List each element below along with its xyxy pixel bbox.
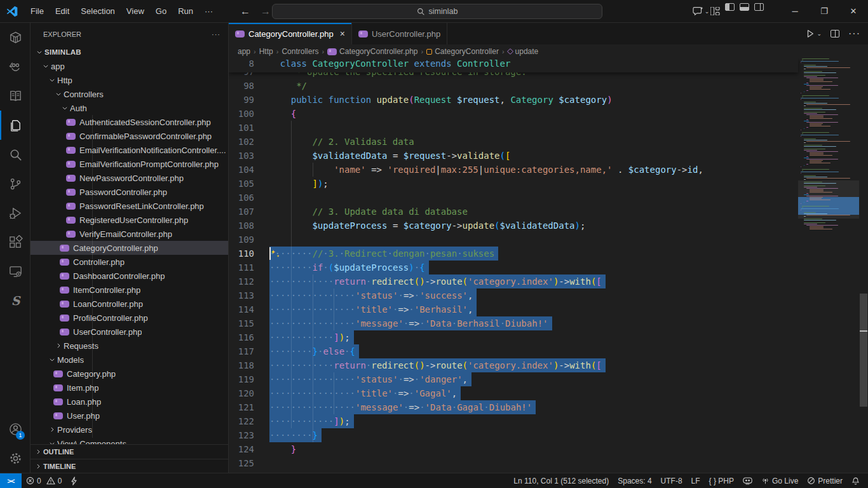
code-line-103[interactable]: 103 $validatedData = $request->validate(… [229, 149, 798, 163]
tree-item-controllers[interactable]: Controllers [31, 87, 228, 101]
minimize-button[interactable]: ─ [780, 0, 810, 22]
activity-run-debug-icon[interactable] [0, 198, 30, 227]
code-line-120[interactable]: 120················'title'·=>·'Gagal', [229, 386, 798, 400]
activity-explorer-icon[interactable] [0, 111, 30, 140]
code-line-104[interactable]: 104 'name' => 'required|max:255|unique:c… [229, 163, 798, 177]
code-line-118[interactable]: 118············return·redirect()->route(… [229, 358, 798, 372]
activity-search-icon[interactable] [0, 140, 30, 169]
menu-edit[interactable]: Edit [50, 0, 75, 22]
activity-s-logo-icon[interactable]: S [0, 286, 30, 315]
code-line-102[interactable]: 102 // 2. Validasi data [229, 135, 798, 149]
code-line-117[interactable]: 117········}·else·{ [229, 344, 798, 358]
tab-categorycontroller-php[interactable]: CategoryController.php× [229, 23, 352, 44]
code-line-111[interactable]: 111········if·($updateProcess)·{ [229, 261, 798, 274]
editor-more-actions-icon[interactable]: ··· [848, 28, 860, 39]
tree-item-item-php[interactable]: Item.php [31, 381, 228, 395]
eol-status[interactable]: LF [687, 473, 705, 488]
tree-item-category-php[interactable]: Category.php [31, 367, 228, 381]
language-mode-status[interactable]: { } PHP [705, 473, 738, 488]
run-code-button[interactable]: ⌄ [806, 29, 822, 38]
settings-gear-icon[interactable] [0, 444, 30, 473]
notifications-bell-icon[interactable] [847, 473, 864, 488]
code-line-98[interactable]: 98 */ [229, 79, 798, 93]
copilot-chat-icon[interactable]: ⌄ [691, 3, 710, 20]
sticky-scroll-line[interactable]: 8 class CategoryController extends Contr… [229, 58, 798, 72]
toggle-sidebar-icon[interactable] [725, 3, 735, 11]
tree-item-newpasswordcontroller-php[interactable]: NewPasswordController.php [31, 171, 228, 185]
account-icon[interactable]: 1 [0, 414, 30, 444]
code-line-119[interactable]: 119················'status'·=>·'danger', [229, 372, 798, 386]
nav-forward-icon[interactable]: → [261, 6, 271, 17]
activity-container-icon[interactable] [0, 23, 30, 52]
tree-item-profilecontroller-php[interactable]: ProfileController.php [31, 311, 228, 325]
breadcrumb-controllers[interactable]: Controllers [281, 47, 318, 56]
tab-usercontroller-php[interactable]: UserController.php [352, 23, 447, 44]
code-line-101[interactable]: 101 [229, 121, 798, 135]
code-editor[interactable]: 8 class CategoryController extends Contr… [229, 58, 868, 473]
tree-item-requests[interactable]: Requests [31, 339, 228, 353]
code-line-115[interactable]: 115················'message'·=>·'Data·Be… [229, 316, 798, 330]
tree-item-loancontroller-php[interactable]: LoanController.php [31, 297, 228, 311]
activity-source-control-icon[interactable] [0, 169, 30, 198]
tree-item-passwordcontroller-php[interactable]: PasswordController.php [31, 185, 228, 199]
code-line-125[interactable]: 125 [229, 456, 798, 470]
copilot-sparkle-icon[interactable]: ✦✦ [271, 247, 276, 255]
menu-selection[interactable]: Selection [75, 0, 120, 22]
tree-item-models[interactable]: Models [31, 353, 228, 367]
go-live-button[interactable]: Go Live [757, 473, 803, 488]
cursor-position-status[interactable]: Ln 110, Col 1 (512 selected) [509, 473, 613, 488]
close-tab-icon[interactable]: × [340, 29, 345, 39]
tree-item-dashboardcontroller-php[interactable]: DashboardController.php [31, 269, 228, 283]
code-line-123[interactable]: 123········} [229, 428, 798, 442]
breadcrumb-categorycontroller[interactable]: CategoryController [426, 47, 499, 56]
nav-back-icon[interactable]: ← [240, 6, 250, 17]
remote-indicator[interactable]: >< [0, 473, 22, 488]
activity-remote-explorer-icon[interactable] [0, 257, 30, 286]
customize-layout-icon[interactable] [710, 3, 720, 20]
restore-button[interactable]: ❐ [810, 0, 839, 22]
breadcrumb-update[interactable]: update [508, 47, 539, 56]
toggle-panel-icon[interactable] [740, 3, 749, 11]
code-line-112[interactable]: 112············return·redirect()->route(… [229, 274, 798, 288]
menu-go[interactable]: Go [150, 0, 172, 22]
code-line-121[interactable]: 121················'message'·=>·'Data·Ga… [229, 400, 798, 414]
vertical-scrollbar[interactable] [859, 58, 868, 473]
section-outline[interactable]: OUTLINE [31, 445, 228, 459]
problems-status[interactable]: 0 0 [22, 473, 66, 488]
tree-item-app[interactable]: app [31, 59, 228, 73]
tree-item-authenticatedsessioncontroller-php[interactable]: AuthenticatedSessionController.php [31, 115, 228, 129]
code-line-105[interactable]: 105 ]); [229, 177, 798, 191]
tree-item-verifyemailcontroller-php[interactable]: VerifyEmailController.php [31, 227, 228, 241]
indentation-status[interactable]: Spaces: 4 [613, 473, 656, 488]
code-line-99[interactable]: 99 public function update(Request $reque… [229, 93, 798, 107]
code-line-116[interactable]: 116············]); [229, 330, 798, 344]
code-line-114[interactable]: 114················'title'·=>·'Berhasil'… [229, 302, 798, 316]
code-line-107[interactable]: 107 // 3. Update data di database [229, 205, 798, 219]
tree-item-providers[interactable]: Providers [31, 423, 228, 437]
toggle-secondary-sidebar-icon[interactable] [754, 3, 764, 11]
tree-item-view-components[interactable]: View\ Components [31, 437, 228, 444]
tree-item-loan-php[interactable]: Loan.php [31, 395, 228, 409]
encoding-status[interactable]: UTF-8 [656, 473, 687, 488]
split-editor-icon[interactable] [831, 30, 839, 37]
close-button[interactable]: ✕ [839, 0, 868, 22]
breadcrumb-http[interactable]: Http [259, 47, 273, 56]
explorer-more-icon[interactable]: ··· [212, 30, 220, 38]
tree-item-emailverificationnotificationcontroller-[interactable]: EmailVerificationNotificationController.… [31, 143, 228, 157]
code-line-113[interactable]: 113················'status'·=>·'success'… [229, 288, 798, 302]
tree-item-passwordresetlinkcontroller-php[interactable]: PasswordResetLinkController.php [31, 199, 228, 213]
tree-item-categorycontroller-php[interactable]: CategoryController.php [31, 241, 228, 255]
activity-creature-icon[interactable] [0, 52, 30, 81]
menu-[interactable]: ··· [199, 0, 219, 22]
tree-item-user-php[interactable]: User.php [31, 409, 228, 423]
tree-item-confirmablepasswordcontroller-php[interactable]: ConfirmablePasswordController.php [31, 129, 228, 143]
code-line-106[interactable]: 106 [229, 191, 798, 205]
tree-item-usercontroller-php[interactable]: UserController.php [31, 325, 228, 339]
code-line-110[interactable]: 110········//·3.·Redirect·dengan·pesan·s… [229, 247, 798, 261]
breadcrumb-categorycontroller-php[interactable]: CategoryController.php [327, 47, 417, 56]
scrollbar-thumb[interactable] [860, 294, 867, 407]
code-line-108[interactable]: 108 $updateProcess = $category->update($… [229, 219, 798, 233]
code-line-109[interactable]: 109 [229, 233, 798, 247]
menu-view[interactable]: View [121, 0, 150, 22]
tree-item-auth[interactable]: Auth [31, 101, 228, 115]
